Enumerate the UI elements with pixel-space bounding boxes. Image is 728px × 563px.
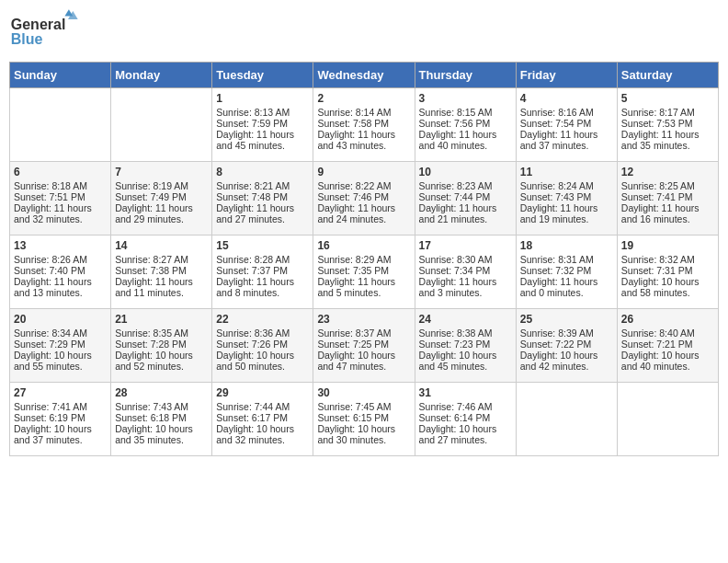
day-info: Daylight: 10 hours and 52 minutes. <box>115 350 208 372</box>
calendar-cell: 16Sunrise: 8:29 AMSunset: 7:35 PMDayligh… <box>313 236 415 309</box>
calendar-cell: 24Sunrise: 8:38 AMSunset: 7:23 PMDayligh… <box>415 309 516 383</box>
calendar-cell: 19Sunrise: 8:32 AMSunset: 7:31 PMDayligh… <box>617 236 718 309</box>
day-info: Sunrise: 8:21 AM <box>216 180 309 191</box>
day-number: 5 <box>621 92 714 105</box>
day-info: Sunset: 7:46 PM <box>317 191 410 202</box>
day-info: Sunset: 6:19 PM <box>14 412 107 423</box>
day-info: Sunset: 7:51 PM <box>14 191 107 202</box>
day-number: 11 <box>520 166 613 178</box>
day-info: Daylight: 11 hours and 32 minutes. <box>14 202 107 224</box>
day-info: Sunrise: 8:19 AM <box>115 180 208 191</box>
week-row-4: 20Sunrise: 8:34 AMSunset: 7:29 PMDayligh… <box>10 309 719 383</box>
day-info: Sunset: 6:18 PM <box>115 412 208 423</box>
day-info: Sunrise: 8:39 AM <box>520 327 613 339</box>
day-info: Daylight: 10 hours and 40 minutes. <box>621 350 714 372</box>
day-info: Sunset: 7:21 PM <box>621 339 714 350</box>
day-number: 9 <box>317 166 410 178</box>
calendar-cell: 21Sunrise: 8:35 AMSunset: 7:28 PMDayligh… <box>111 309 212 383</box>
day-info: Sunset: 6:15 PM <box>317 412 410 423</box>
weekday-header-saturday: Saturday <box>617 63 718 88</box>
day-info: Sunrise: 7:43 AM <box>115 401 208 412</box>
calendar-cell: 20Sunrise: 8:34 AMSunset: 7:29 PMDayligh… <box>10 309 111 383</box>
calendar-cell: 17Sunrise: 8:30 AMSunset: 7:34 PMDayligh… <box>415 236 516 309</box>
day-info: Daylight: 11 hours and 19 minutes. <box>520 202 613 224</box>
calendar-cell: 11Sunrise: 8:24 AMSunset: 7:43 PMDayligh… <box>516 162 617 236</box>
day-info: Sunrise: 8:17 AM <box>621 107 714 118</box>
day-info: Daylight: 10 hours and 32 minutes. <box>216 423 309 445</box>
day-info: Daylight: 11 hours and 11 minutes. <box>115 276 208 298</box>
calendar-cell: 14Sunrise: 8:27 AMSunset: 7:38 PMDayligh… <box>111 236 212 309</box>
day-number: 15 <box>216 239 309 252</box>
calendar-cell: 18Sunrise: 8:31 AMSunset: 7:32 PMDayligh… <box>516 236 617 309</box>
day-info: Sunset: 7:29 PM <box>14 339 107 350</box>
day-number: 26 <box>621 313 714 326</box>
day-info: Sunset: 7:58 PM <box>317 118 410 129</box>
calendar-cell <box>111 88 212 162</box>
day-info: Sunrise: 7:44 AM <box>216 401 309 412</box>
day-info: Daylight: 11 hours and 29 minutes. <box>115 202 208 224</box>
calendar-cell: 26Sunrise: 8:40 AMSunset: 7:21 PMDayligh… <box>617 309 718 383</box>
calendar-cell: 31Sunrise: 7:46 AMSunset: 6:14 PMDayligh… <box>415 383 516 456</box>
calendar-cell: 10Sunrise: 8:23 AMSunset: 7:44 PMDayligh… <box>415 162 516 236</box>
day-info: Sunrise: 7:45 AM <box>317 401 410 412</box>
calendar-cell: 4Sunrise: 8:16 AMSunset: 7:54 PMDaylight… <box>516 88 617 162</box>
calendar-table: SundayMondayTuesdayWednesdayThursdayFrid… <box>9 62 719 456</box>
day-info: Daylight: 11 hours and 8 minutes. <box>216 276 309 298</box>
day-number: 27 <box>14 386 107 399</box>
day-info: Sunrise: 7:41 AM <box>14 401 107 412</box>
calendar-cell: 22Sunrise: 8:36 AMSunset: 7:26 PMDayligh… <box>212 309 313 383</box>
calendar-cell: 15Sunrise: 8:28 AMSunset: 7:37 PMDayligh… <box>212 236 313 309</box>
day-info: Sunset: 7:22 PM <box>520 339 613 350</box>
logo: General Blue <box>9 9 83 54</box>
weekday-header-tuesday: Tuesday <box>212 63 313 88</box>
day-info: Sunset: 7:31 PM <box>621 265 714 276</box>
day-number: 23 <box>317 313 410 326</box>
week-row-1: 1Sunrise: 8:13 AMSunset: 7:59 PMDaylight… <box>10 88 719 162</box>
calendar-cell: 29Sunrise: 7:44 AMSunset: 6:17 PMDayligh… <box>212 383 313 456</box>
day-info: Sunset: 7:23 PM <box>419 339 512 350</box>
day-info: Daylight: 10 hours and 55 minutes. <box>14 350 107 372</box>
day-info: Sunset: 6:14 PM <box>419 412 512 423</box>
day-number: 20 <box>14 313 107 326</box>
day-info: Sunrise: 8:40 AM <box>621 327 714 339</box>
day-info: Sunrise: 8:26 AM <box>14 254 107 265</box>
week-row-2: 6Sunrise: 8:18 AMSunset: 7:51 PMDaylight… <box>10 162 719 236</box>
day-info: Sunset: 7:44 PM <box>419 191 512 202</box>
day-info: Sunrise: 8:25 AM <box>621 180 714 191</box>
day-info: Sunset: 7:43 PM <box>520 191 613 202</box>
day-info: Sunrise: 8:24 AM <box>520 180 613 191</box>
day-info: Daylight: 11 hours and 16 minutes. <box>621 202 714 224</box>
day-info: Sunset: 7:35 PM <box>317 265 410 276</box>
day-info: Sunrise: 8:34 AM <box>14 327 107 339</box>
day-info: Daylight: 11 hours and 40 minutes. <box>419 129 512 151</box>
day-info: Daylight: 11 hours and 0 minutes. <box>520 276 613 298</box>
day-info: Daylight: 10 hours and 30 minutes. <box>317 423 410 445</box>
calendar-cell: 8Sunrise: 8:21 AMSunset: 7:48 PMDaylight… <box>212 162 313 236</box>
day-number: 25 <box>520 313 613 326</box>
day-number: 6 <box>14 166 107 178</box>
day-info: Sunrise: 8:22 AM <box>317 180 410 191</box>
calendar-cell: 13Sunrise: 8:26 AMSunset: 7:40 PMDayligh… <box>10 236 111 309</box>
day-info: Daylight: 11 hours and 35 minutes. <box>621 129 714 151</box>
weekday-header-sunday: Sunday <box>10 63 111 88</box>
weekday-header-wednesday: Wednesday <box>313 63 415 88</box>
day-info: Daylight: 10 hours and 45 minutes. <box>419 350 512 372</box>
calendar-cell: 28Sunrise: 7:43 AMSunset: 6:18 PMDayligh… <box>111 383 212 456</box>
day-info: Sunset: 7:41 PM <box>621 191 714 202</box>
day-info: Daylight: 11 hours and 21 minutes. <box>419 202 512 224</box>
day-number: 3 <box>419 92 512 105</box>
day-info: Daylight: 11 hours and 45 minutes. <box>216 129 309 151</box>
day-info: Sunrise: 8:23 AM <box>419 180 512 191</box>
svg-text:General: General <box>11 17 66 32</box>
day-number: 8 <box>216 166 309 178</box>
day-info: Sunrise: 8:31 AM <box>520 254 613 265</box>
day-info: Sunset: 7:28 PM <box>115 339 208 350</box>
day-number: 1 <box>216 92 309 105</box>
day-info: Sunset: 7:53 PM <box>621 118 714 129</box>
day-info: Daylight: 11 hours and 27 minutes. <box>216 202 309 224</box>
day-info: Sunset: 7:56 PM <box>419 118 512 129</box>
svg-text:Blue: Blue <box>11 31 43 47</box>
day-info: Sunrise: 8:28 AM <box>216 254 309 265</box>
day-info: Sunrise: 8:32 AM <box>621 254 714 265</box>
day-info: Daylight: 10 hours and 42 minutes. <box>520 350 613 372</box>
